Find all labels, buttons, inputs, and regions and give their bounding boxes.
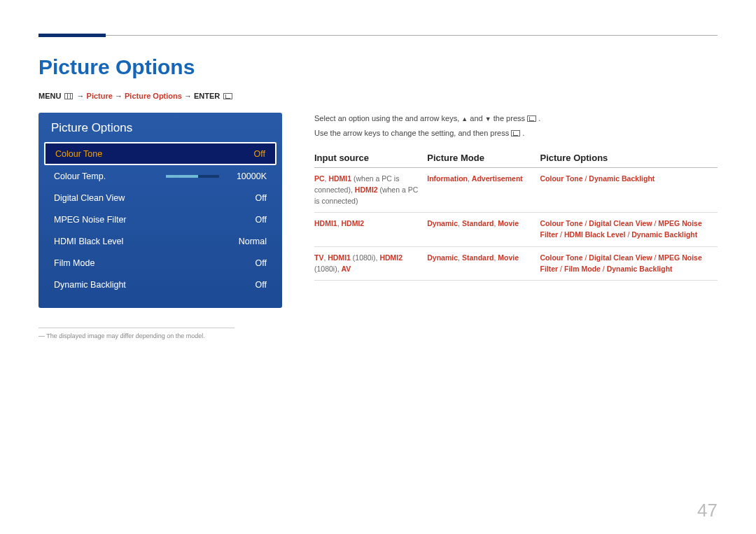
tv-item[interactable]: Colour Temp.10000K	[44, 165, 276, 187]
header-rule	[38, 35, 718, 36]
table-cell: TV, HDMI1 (1080i), HDMI2 (1080i), AV	[314, 246, 427, 281]
breadcrumb-picture: Picture	[87, 92, 113, 100]
table-cell: Colour Tone / Digital Clean View / MPEG …	[540, 213, 718, 247]
enter-icon	[527, 115, 536, 122]
table-cell: HDMI1, HDMI2	[314, 213, 427, 247]
tv-item-label: Colour Tone	[55, 149, 223, 159]
th-picture-mode: Picture Mode	[427, 148, 540, 168]
table-cell: Information, Advertisement	[427, 168, 540, 213]
tv-item-value: Off	[225, 280, 267, 290]
tv-menu-panel: Picture Options Colour ToneOffColour Tem…	[38, 113, 282, 308]
table-cell: Dynamic, Standard, Movie	[427, 246, 540, 281]
enter-icon	[511, 130, 520, 136]
breadcrumb-picture-options: Picture Options	[125, 92, 182, 100]
tv-item-label: HDMI Black Level	[54, 237, 225, 246]
tv-item-value: 10000K	[225, 171, 267, 181]
table-cell: PC, HDMI1 (when a PC is connected), HDMI…	[314, 168, 427, 213]
tv-item-value: Off	[225, 193, 267, 203]
tv-item-label: Digital Clean View	[54, 193, 225, 203]
tv-panel-title: Picture Options	[38, 113, 282, 142]
tv-item[interactable]: Film ModeOff	[44, 252, 276, 274]
breadcrumb: MENU → Picture → Picture Options → ENTER	[38, 92, 718, 100]
slider-track[interactable]	[166, 175, 219, 178]
footnote: ― The displayed image may differ dependi…	[38, 332, 282, 339]
tv-item[interactable]: Colour ToneOff	[44, 142, 276, 165]
tv-item-label: MPEG Noise Filter	[54, 215, 225, 225]
breadcrumb-enter: ENTER	[194, 92, 220, 100]
th-input-source: Input source	[314, 148, 427, 168]
table-cell: Dynamic, Standard, Movie	[427, 213, 540, 247]
note-rule	[38, 328, 234, 328]
tv-panel-list: Colour ToneOffColour Temp.10000KDigital …	[38, 142, 282, 308]
tv-item[interactable]: HDMI Black LevelNormal	[44, 230, 276, 252]
tv-item-label: Colour Temp.	[54, 171, 162, 181]
table-row: HDMI1, HDMI2Dynamic, Standard, MovieColo…	[314, 213, 718, 247]
tv-item[interactable]: MPEG Noise FilterOff	[44, 209, 276, 230]
instructions: Select an option using the and arrow key…	[314, 113, 718, 139]
down-triangle-icon: ▼	[485, 115, 491, 122]
page-number: 47	[697, 500, 718, 521]
up-triangle-icon: ▲	[461, 115, 468, 122]
table-row: TV, HDMI1 (1080i), HDMI2 (1080i), AVDyna…	[314, 246, 718, 281]
tv-item[interactable]: Digital Clean ViewOff	[44, 187, 276, 209]
tv-item[interactable]: Dynamic BacklightOff	[44, 274, 276, 295]
tv-item-value: Off	[225, 215, 267, 225]
table-row: PC, HDMI1 (when a PC is connected), HDMI…	[314, 168, 718, 213]
options-table: Input source Picture Mode Picture Option…	[314, 148, 718, 281]
th-picture-options: Picture Options	[540, 148, 718, 168]
table-cell: Colour Tone / Digital Clean View / MPEG …	[540, 246, 718, 281]
tv-item-value: Normal	[225, 237, 267, 246]
enter-icon	[223, 93, 232, 99]
page-title: Picture Options	[38, 55, 718, 79]
slider-fill	[166, 175, 198, 178]
tv-item-label: Dynamic Backlight	[54, 280, 225, 290]
tv-item-label: Film Mode	[54, 258, 225, 268]
menu-grid-icon	[64, 93, 73, 99]
tv-item-value: Off	[223, 149, 265, 159]
breadcrumb-menu: MENU	[38, 92, 61, 100]
table-cell: Colour Tone / Dynamic Backlight	[540, 168, 718, 213]
tv-item-value: Off	[225, 258, 267, 268]
